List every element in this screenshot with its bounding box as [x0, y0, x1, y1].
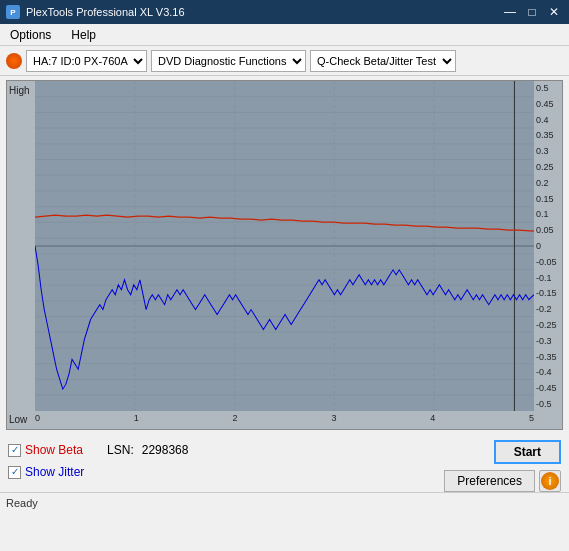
lsn-value: 2298368 [142, 443, 189, 457]
y-axis-right: 0.5 0.45 0.4 0.35 0.3 0.25 0.2 0.15 0.1 … [534, 81, 562, 411]
title-bar: P PlexTools Professional XL V3.16 — □ ✕ [0, 0, 569, 24]
menu-options[interactable]: Options [4, 26, 57, 44]
x-axis: 0 1 2 3 4 5 [35, 411, 534, 429]
x-label-4: 4 [430, 413, 435, 423]
status-text: Ready [6, 497, 38, 509]
right-buttons: Start Preferences i [444, 440, 561, 492]
chart-svg [35, 81, 534, 411]
minimize-button[interactable]: — [501, 4, 519, 20]
bottom-right-buttons: Preferences i [444, 470, 561, 492]
show-beta-checkbox[interactable] [8, 444, 21, 457]
show-jitter-checkbox[interactable] [8, 466, 21, 479]
menu-help[interactable]: Help [65, 26, 102, 44]
info-button[interactable]: i [539, 470, 561, 492]
show-jitter-label: Show Jitter [25, 465, 84, 479]
test-select[interactable]: Q-Check Beta/Jitter Test [310, 50, 456, 72]
show-jitter-row: Show Jitter [8, 462, 188, 482]
maximize-button[interactable]: □ [523, 4, 541, 20]
title-bar-controls: — □ ✕ [501, 4, 563, 20]
show-beta-label: Show Beta [25, 443, 83, 457]
app-title: PlexTools Professional XL V3.16 [26, 6, 185, 18]
menu-bar: Options Help [0, 24, 569, 46]
drive-icon [6, 53, 22, 69]
show-beta-row: Show Beta LSN: 2298368 [8, 440, 188, 460]
status-bar: Ready [0, 492, 569, 512]
chart-low-label: Low [9, 414, 27, 425]
x-label-0: 0 [35, 413, 40, 423]
lsn-label: LSN: [107, 443, 134, 457]
preferences-button[interactable]: Preferences [444, 470, 535, 492]
chart-high-label: High [9, 85, 30, 96]
drive-select[interactable]: HA:7 ID:0 PX-760A [26, 50, 147, 72]
x-label-3: 3 [331, 413, 336, 423]
title-bar-left: P PlexTools Professional XL V3.16 [6, 5, 185, 19]
chart-inner [35, 81, 534, 411]
close-button[interactable]: ✕ [545, 4, 563, 20]
chart-area: High Low 0.5 0.45 0.4 0.35 0.3 0.25 0.2 … [6, 80, 563, 430]
toolbar: HA:7 ID:0 PX-760A DVD Diagnostic Functio… [0, 46, 569, 76]
checkboxes-panel: Show Beta LSN: 2298368 Show Jitter [8, 440, 188, 482]
x-label-2: 2 [233, 413, 238, 423]
start-button[interactable]: Start [494, 440, 561, 464]
x-label-5: 5 [529, 413, 534, 423]
function-select[interactable]: DVD Diagnostic Functions [151, 50, 306, 72]
app-icon: P [6, 5, 20, 19]
info-icon: i [541, 472, 559, 490]
x-label-1: 1 [134, 413, 139, 423]
